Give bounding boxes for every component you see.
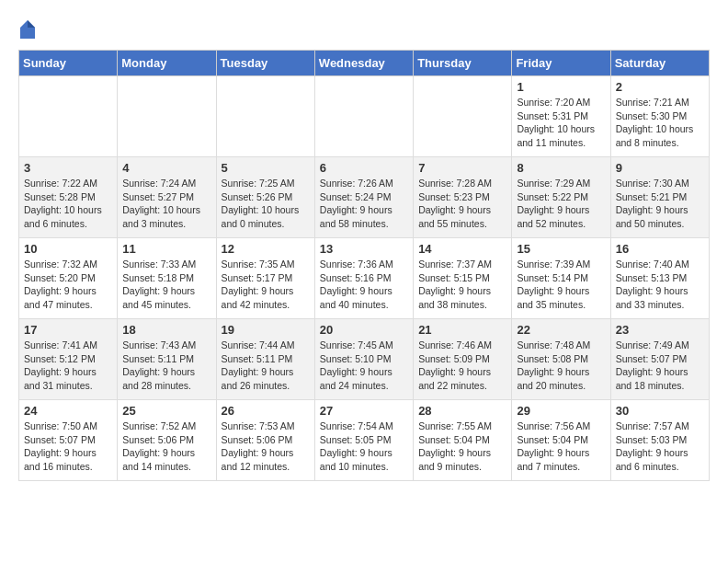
day-info: Sunrise: 7:26 AM Sunset: 5:24 PM Dayligh… — [320, 177, 408, 231]
day-number: 1 — [517, 80, 605, 94]
day-number: 16 — [616, 242, 704, 256]
day-number: 24 — [24, 404, 112, 418]
day-info: Sunrise: 7:41 AM Sunset: 5:12 PM Dayligh… — [24, 339, 112, 393]
day-info: Sunrise: 7:20 AM Sunset: 5:31 PM Dayligh… — [517, 96, 605, 150]
day-info: Sunrise: 7:39 AM Sunset: 5:14 PM Dayligh… — [517, 258, 605, 312]
calendar-cell: 29Sunrise: 7:56 AM Sunset: 5:04 PM Dayli… — [512, 400, 610, 481]
calendar-cell: 3Sunrise: 7:22 AM Sunset: 5:28 PM Daylig… — [19, 157, 118, 238]
day-info: Sunrise: 7:53 AM Sunset: 5:06 PM Dayligh… — [222, 419, 310, 474]
day-number: 12 — [222, 242, 310, 256]
day-number: 17 — [24, 323, 112, 337]
calendar-cell: 6Sunrise: 7:26 AM Sunset: 5:24 PM Daylig… — [314, 157, 413, 238]
day-number: 15 — [517, 242, 605, 256]
day-number: 13 — [320, 242, 408, 256]
day-number: 28 — [418, 404, 506, 418]
day-info: Sunrise: 7:44 AM Sunset: 5:11 PM Dayligh… — [222, 339, 310, 393]
day-info: Sunrise: 7:57 AM Sunset: 5:03 PM Dayligh… — [616, 419, 704, 474]
day-info: Sunrise: 7:32 AM Sunset: 5:20 PM Dayligh… — [24, 258, 112, 312]
calendar-cell: 2Sunrise: 7:21 AM Sunset: 5:30 PM Daylig… — [610, 76, 709, 157]
day-number: 3 — [24, 161, 112, 175]
calendar-cell: 4Sunrise: 7:24 AM Sunset: 5:27 PM Daylig… — [118, 157, 216, 238]
calendar-cell: 12Sunrise: 7:35 AM Sunset: 5:17 PM Dayli… — [216, 238, 314, 319]
day-info: Sunrise: 7:36 AM Sunset: 5:16 PM Dayligh… — [320, 258, 408, 312]
day-info: Sunrise: 7:28 AM Sunset: 5:23 PM Dayligh… — [418, 177, 506, 231]
day-info: Sunrise: 7:25 AM Sunset: 5:26 PM Dayligh… — [222, 177, 310, 231]
day-info: Sunrise: 7:46 AM Sunset: 5:09 PM Dayligh… — [418, 339, 506, 393]
calendar-cell — [118, 76, 216, 157]
day-info: Sunrise: 7:50 AM Sunset: 5:07 PM Dayligh… — [24, 419, 112, 474]
day-header: Thursday — [414, 51, 512, 76]
day-info: Sunrise: 7:56 AM Sunset: 5:04 PM Dayligh… — [517, 419, 605, 474]
calendar-cell: 14Sunrise: 7:37 AM Sunset: 5:15 PM Dayli… — [414, 238, 512, 319]
calendar-cell: 13Sunrise: 7:36 AM Sunset: 5:16 PM Dayli… — [314, 238, 413, 319]
day-number: 8 — [517, 161, 605, 175]
day-number: 21 — [418, 323, 506, 337]
calendar-cell: 30Sunrise: 7:57 AM Sunset: 5:03 PM Dayli… — [610, 400, 709, 481]
calendar-cell: 21Sunrise: 7:46 AM Sunset: 5:09 PM Dayli… — [414, 319, 512, 400]
day-info: Sunrise: 7:30 AM Sunset: 5:21 PM Dayligh… — [616, 177, 704, 231]
logo-icon — [18, 18, 37, 40]
day-number: 23 — [616, 323, 704, 337]
calendar-cell: 1Sunrise: 7:20 AM Sunset: 5:31 PM Daylig… — [512, 76, 610, 157]
calendar-cell: 11Sunrise: 7:33 AM Sunset: 5:18 PM Dayli… — [118, 238, 216, 319]
day-info: Sunrise: 7:54 AM Sunset: 5:05 PM Dayligh… — [320, 419, 408, 474]
svg-marker-1 — [28, 20, 35, 28]
day-header: Monday — [118, 51, 216, 76]
day-info: Sunrise: 7:49 AM Sunset: 5:07 PM Dayligh… — [616, 339, 704, 393]
day-number: 29 — [517, 404, 605, 418]
day-number: 27 — [320, 404, 408, 418]
day-info: Sunrise: 7:21 AM Sunset: 5:30 PM Dayligh… — [616, 96, 704, 150]
calendar-cell: 8Sunrise: 7:29 AM Sunset: 5:22 PM Daylig… — [512, 157, 610, 238]
calendar-cell — [19, 76, 118, 157]
day-number: 30 — [616, 404, 704, 418]
day-number: 14 — [418, 242, 506, 256]
calendar-cell: 19Sunrise: 7:44 AM Sunset: 5:11 PM Dayli… — [216, 319, 314, 400]
day-info: Sunrise: 7:24 AM Sunset: 5:27 PM Dayligh… — [122, 177, 210, 231]
day-number: 6 — [320, 161, 408, 175]
day-info: Sunrise: 7:43 AM Sunset: 5:11 PM Dayligh… — [122, 339, 210, 393]
calendar-cell: 22Sunrise: 7:48 AM Sunset: 5:08 PM Dayli… — [512, 319, 610, 400]
calendar-cell: 20Sunrise: 7:45 AM Sunset: 5:10 PM Dayli… — [314, 319, 413, 400]
calendar-cell: 27Sunrise: 7:54 AM Sunset: 5:05 PM Dayli… — [314, 400, 413, 481]
day-info: Sunrise: 7:33 AM Sunset: 5:18 PM Dayligh… — [122, 258, 210, 312]
calendar-cell — [414, 76, 512, 157]
calendar-cell: 26Sunrise: 7:53 AM Sunset: 5:06 PM Dayli… — [216, 400, 314, 481]
calendar-cell: 9Sunrise: 7:30 AM Sunset: 5:21 PM Daylig… — [610, 157, 709, 238]
day-info: Sunrise: 7:29 AM Sunset: 5:22 PM Dayligh… — [517, 177, 605, 231]
day-number: 7 — [418, 161, 506, 175]
day-info: Sunrise: 7:35 AM Sunset: 5:17 PM Dayligh… — [222, 258, 310, 312]
day-number: 2 — [616, 80, 704, 94]
calendar-cell: 17Sunrise: 7:41 AM Sunset: 5:12 PM Dayli… — [19, 319, 118, 400]
logo — [18, 18, 39, 40]
calendar-cell — [216, 76, 314, 157]
calendar-cell: 18Sunrise: 7:43 AM Sunset: 5:11 PM Dayli… — [118, 319, 216, 400]
calendar-cell: 15Sunrise: 7:39 AM Sunset: 5:14 PM Dayli… — [512, 238, 610, 319]
calendar-table: SundayMondayTuesdayWednesdayThursdayFrid… — [18, 50, 710, 481]
day-header: Friday — [512, 51, 610, 76]
day-header: Tuesday — [216, 51, 314, 76]
calendar-cell: 10Sunrise: 7:32 AM Sunset: 5:20 PM Dayli… — [19, 238, 118, 319]
day-number: 26 — [222, 404, 310, 418]
day-info: Sunrise: 7:52 AM Sunset: 5:06 PM Dayligh… — [122, 419, 210, 474]
day-number: 25 — [122, 404, 210, 418]
day-header: Sunday — [19, 51, 118, 76]
day-info: Sunrise: 7:55 AM Sunset: 5:04 PM Dayligh… — [418, 419, 506, 474]
day-number: 5 — [222, 161, 310, 175]
day-number: 19 — [222, 323, 310, 337]
page-header — [18, 18, 710, 40]
calendar-cell: 16Sunrise: 7:40 AM Sunset: 5:13 PM Dayli… — [610, 238, 709, 319]
day-header: Saturday — [610, 51, 709, 76]
day-number: 22 — [517, 323, 605, 337]
day-header: Wednesday — [314, 51, 413, 76]
day-info: Sunrise: 7:40 AM Sunset: 5:13 PM Dayligh… — [616, 258, 704, 312]
day-info: Sunrise: 7:45 AM Sunset: 5:10 PM Dayligh… — [320, 339, 408, 393]
day-number: 11 — [122, 242, 210, 256]
day-number: 10 — [24, 242, 112, 256]
calendar-cell — [314, 76, 413, 157]
day-number: 4 — [122, 161, 210, 175]
calendar-cell: 25Sunrise: 7:52 AM Sunset: 5:06 PM Dayli… — [118, 400, 216, 481]
day-info: Sunrise: 7:22 AM Sunset: 5:28 PM Dayligh… — [24, 177, 112, 231]
calendar-cell: 5Sunrise: 7:25 AM Sunset: 5:26 PM Daylig… — [216, 157, 314, 238]
day-number: 9 — [616, 161, 704, 175]
calendar-cell: 23Sunrise: 7:49 AM Sunset: 5:07 PM Dayli… — [610, 319, 709, 400]
